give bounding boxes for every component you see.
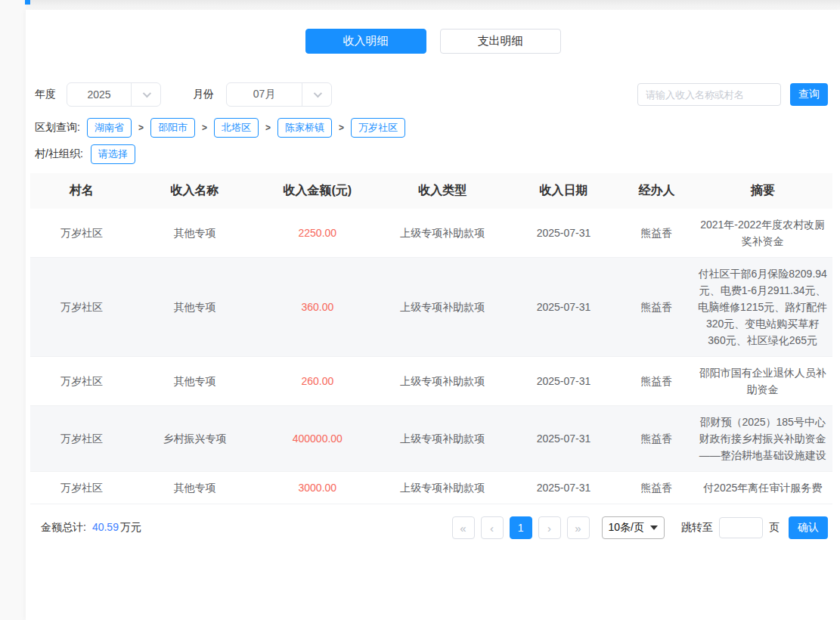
cell-amount: 260.00	[256, 357, 378, 406]
chevron-down-icon	[302, 91, 331, 98]
cell-date: 2025-07-31	[507, 258, 621, 357]
cell-amount: 400000.00	[256, 406, 378, 472]
table-row: 万岁社区 其他专项 2250.00 上级专项补助款项 2025-07-31 熊益…	[30, 209, 832, 258]
org-select-button[interactable]: 请选择	[91, 144, 135, 164]
confirm-button[interactable]: 确认	[789, 516, 828, 539]
cell-village: 万岁社区	[30, 472, 133, 504]
header-income-name: 收入名称	[133, 173, 256, 209]
cell-amount: 3000.00	[256, 472, 378, 504]
cell-income-name: 其他专项	[133, 258, 256, 357]
cell-income-name: 乡村振兴专项	[133, 406, 256, 472]
cell-income-type: 上级专项补助款项	[378, 406, 507, 472]
table-footer: 金额总计: 40.59 万元 « ‹ 1 › » 10条/页 跳转至 页 确认	[41, 516, 828, 539]
content-card: 收入明细 支出明细 年度 2025 月份 07月 查询 区划查询: 湖南省	[26, 10, 840, 620]
month-label: 月份	[193, 88, 214, 101]
table-row: 万岁社区 其他专项 3000.00 上级专项补助款项 2025-07-31 熊益…	[30, 472, 832, 504]
pagination: « ‹ 1 › » 10条/页 跳转至 页 确认	[452, 516, 828, 539]
jump-suffix-label: 页	[769, 521, 780, 535]
cell-village: 万岁社区	[30, 406, 133, 472]
cell-date: 2025-07-31	[507, 406, 621, 472]
page-size-value: 10条/页	[609, 521, 644, 535]
last-page-button[interactable]: »	[567, 516, 590, 539]
search-area: 查询	[637, 83, 828, 106]
year-label: 年度	[35, 88, 56, 101]
search-button[interactable]: 查询	[790, 83, 828, 106]
region-pill-district[interactable]: 北塔区	[214, 118, 259, 138]
filter-panel: 年度 2025 月份 07月 查询 区划查询: 湖南省 > 邵阳市 >	[26, 82, 840, 164]
cell-date: 2025-07-31	[507, 472, 621, 504]
cell-income-type: 上级专项补助款项	[378, 209, 507, 258]
tab-expense-detail[interactable]: 支出明细	[440, 29, 561, 54]
income-table: 村名 收入名称 收入金额(元) 收入类型 收入日期 经办人 摘要 万岁社区 其他…	[30, 173, 832, 504]
cell-income-name: 其他专项	[133, 357, 256, 406]
cell-village: 万岁社区	[30, 258, 133, 357]
region-separator: >	[339, 122, 344, 133]
cell-date: 2025-07-31	[507, 209, 621, 258]
prev-page-button[interactable]: ‹	[481, 516, 504, 539]
year-value: 2025	[67, 88, 131, 101]
cell-operator: 熊益香	[621, 357, 693, 406]
cell-village: 万岁社区	[30, 357, 133, 406]
region-pill-town[interactable]: 陈家桥镇	[277, 118, 332, 138]
income-table-wrap: 村名 收入名称 收入金额(元) 收入类型 收入日期 经办人 摘要 万岁社区 其他…	[30, 173, 832, 504]
region-separator: >	[138, 122, 144, 133]
cell-amount: 2250.00	[256, 209, 378, 258]
cell-summary: 付社区干部6月保险8209.94元、电费1-6月2911.34元、电脑维修121…	[693, 258, 832, 357]
search-input[interactable]	[637, 83, 781, 106]
header-summary: 摘要	[693, 173, 832, 209]
header-village: 村名	[30, 173, 133, 209]
region-pill-village[interactable]: 万岁社区	[351, 118, 405, 138]
table-row: 万岁社区 乡村振兴专项 400000.00 上级专项补助款项 2025-07-3…	[30, 406, 832, 472]
region-separator: >	[265, 122, 271, 133]
month-value: 07月	[227, 88, 302, 101]
region-breadcrumb: 区划查询: 湖南省 > 邵阳市 > 北塔区 > 陈家桥镇 > 万岁社区	[35, 118, 828, 138]
tab-income-detail[interactable]: 收入明细	[305, 29, 426, 54]
cell-operator: 熊益香	[621, 406, 693, 472]
cell-village: 万岁社区	[30, 209, 133, 258]
header-operator: 经办人	[621, 173, 693, 209]
cell-income-name: 其他专项	[133, 472, 256, 504]
total-amount: 金额总计: 40.59 万元	[41, 521, 141, 535]
cell-income-type: 上级专项补助款项	[378, 357, 507, 406]
top-band	[26, 0, 840, 10]
jump-page-input[interactable]	[719, 517, 763, 538]
cell-operator: 熊益香	[621, 258, 693, 357]
region-separator: >	[202, 122, 207, 133]
cell-amount: 360.00	[256, 258, 378, 357]
org-filter-row: 村/社组织: 请选择	[35, 144, 828, 164]
cell-income-type: 上级专项补助款项	[378, 258, 507, 357]
cell-summary: 付2025年离任审计服务费	[693, 472, 832, 504]
region-pill-city[interactable]: 邵阳市	[150, 118, 195, 138]
left-gutter	[0, 0, 26, 620]
org-label: 村/社组织:	[35, 147, 83, 161]
caret-down-icon	[650, 525, 658, 530]
detail-tabs: 收入明细 支出明细	[26, 29, 840, 54]
header-income-type: 收入类型	[378, 173, 507, 209]
region-query-label: 区划查询:	[35, 121, 80, 135]
month-select[interactable]: 07月	[226, 82, 332, 107]
filter-row-year-month: 年度 2025 月份 07月 查询	[35, 82, 828, 107]
header-date: 收入日期	[507, 173, 621, 209]
jump-label: 跳转至	[681, 521, 713, 535]
region-pill-province[interactable]: 湖南省	[87, 118, 132, 138]
chevron-down-icon	[132, 91, 160, 98]
cell-income-name: 其他专项	[133, 209, 256, 258]
cell-summary: 邵阳市国有企业退休人员补助资金	[693, 357, 832, 406]
table-row: 万岁社区 其他专项 260.00 上级专项补助款项 2025-07-31 熊益香…	[30, 357, 832, 406]
cell-summary: 邵财预（2025）185号中心财政衔接乡村振兴补助资金——整治耕地基础设施建设	[693, 406, 832, 472]
table-header-row: 村名 收入名称 收入金额(元) 收入类型 收入日期 经办人 摘要	[30, 173, 832, 209]
header-amount: 收入金额(元)	[256, 173, 378, 209]
cell-operator: 熊益香	[621, 209, 693, 258]
year-select[interactable]: 2025	[67, 82, 161, 107]
cell-income-type: 上级专项补助款项	[378, 472, 507, 504]
total-value: 40.59	[92, 521, 119, 533]
cell-operator: 熊益香	[621, 472, 693, 504]
page-button-1[interactable]: 1	[510, 516, 532, 539]
total-label: 金额总计:	[41, 521, 86, 535]
next-page-button[interactable]: ›	[538, 516, 561, 539]
total-unit: 万元	[120, 521, 141, 535]
first-page-button[interactable]: «	[452, 516, 475, 539]
table-row: 万岁社区 其他专项 360.00 上级专项补助款项 2025-07-31 熊益香…	[30, 258, 832, 357]
page-size-select[interactable]: 10条/页	[602, 516, 665, 539]
cell-date: 2025-07-31	[507, 357, 621, 406]
